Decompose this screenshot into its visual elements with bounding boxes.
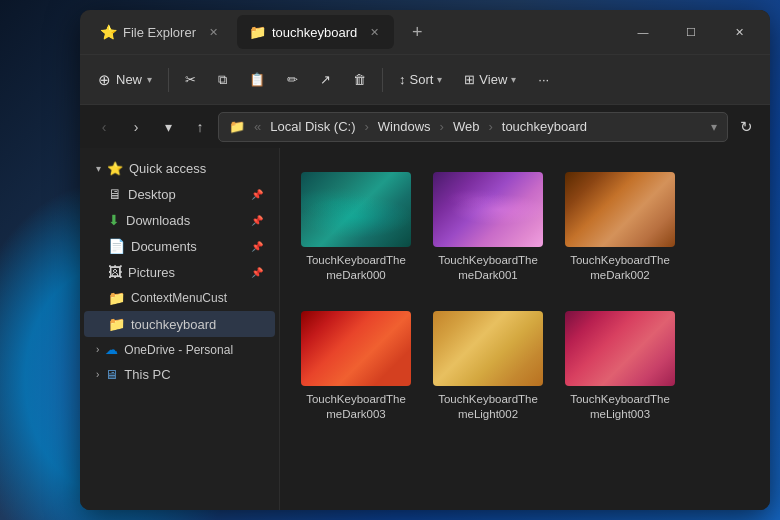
breadcrumb-web: Web bbox=[453, 119, 480, 134]
tab-touchkeyboard-label: touchkeyboard bbox=[272, 25, 357, 40]
view-label: View bbox=[479, 72, 507, 87]
up-button[interactable]: ↑ bbox=[186, 113, 214, 141]
content-area: ▾ ⭐ Quick access 🖥 Desktop 📌 ⬇ Downloads… bbox=[80, 148, 770, 510]
copy-button[interactable]: ⧉ bbox=[208, 62, 237, 98]
file-item-light002[interactable]: TouchKeyboardThemeLight002 bbox=[428, 303, 548, 430]
address-dropdown-icon[interactable]: ▾ bbox=[711, 120, 717, 134]
rename-button[interactable]: ✏ bbox=[277, 62, 308, 98]
sort-chevron-icon: ▾ bbox=[437, 74, 442, 85]
file-name-dark000: TouchKeyboardThemeDark000 bbox=[302, 253, 410, 283]
file-item-light003[interactable]: TouchKeyboardThemeLight003 bbox=[560, 303, 680, 430]
view-icon: ⊞ bbox=[464, 72, 475, 87]
copy-icon: ⧉ bbox=[218, 72, 227, 88]
file-item-dark002[interactable]: TouchKeyboardThemeDark002 bbox=[560, 164, 680, 291]
star-icon-sidebar: ⭐ bbox=[107, 161, 123, 176]
file-name-dark002: TouchKeyboardThemeDark002 bbox=[566, 253, 674, 283]
thumbnail-dark001 bbox=[433, 172, 543, 247]
quick-access-chevron-icon: ▾ bbox=[96, 163, 101, 174]
new-tab-button[interactable]: + bbox=[402, 17, 432, 47]
thumbnail-light002 bbox=[433, 311, 543, 386]
sidebar-desktop-label: Desktop bbox=[128, 187, 176, 202]
new-chevron-icon: ▾ bbox=[147, 74, 152, 85]
pin-icon-documents: 📌 bbox=[251, 241, 263, 252]
sidebar-pictures-label: Pictures bbox=[128, 265, 175, 280]
cut-icon: ✂ bbox=[185, 72, 196, 87]
address-folder-icon: 📁 bbox=[229, 119, 245, 134]
onedrive-chevron-icon: › bbox=[96, 344, 99, 355]
share-button[interactable]: ↗ bbox=[310, 62, 341, 98]
new-icon: ⊕ bbox=[98, 71, 111, 89]
more-icon: ··· bbox=[538, 72, 549, 87]
delete-button[interactable]: 🗑 bbox=[343, 62, 376, 98]
back-button: ‹ bbox=[90, 113, 118, 141]
tab-file-explorer[interactable]: ⭐ File Explorer ✕ bbox=[88, 15, 233, 49]
breadcrumb-touchkeyboard: touchkeyboard bbox=[502, 119, 587, 134]
file-name-dark003: TouchKeyboardThemeDark003 bbox=[302, 392, 410, 422]
sort-button[interactable]: ↕ Sort ▾ bbox=[389, 62, 452, 98]
sidebar-item-downloads[interactable]: ⬇ Downloads 📌 bbox=[84, 207, 275, 233]
sidebar-item-contextmenucust[interactable]: 📁 ContextMenuCust bbox=[84, 285, 275, 311]
sidebar-documents-label: Documents bbox=[131, 239, 197, 254]
sort-icon: ↕ bbox=[399, 72, 406, 87]
quick-access-label: Quick access bbox=[129, 161, 206, 176]
file-item-dark003[interactable]: TouchKeyboardThemeDark003 bbox=[296, 303, 416, 430]
file-grid: TouchKeyboardThemeDark000 TouchKeyboardT… bbox=[280, 148, 770, 510]
address-input[interactable]: 📁 « Local Disk (C:) › Windows › Web › to… bbox=[218, 112, 728, 142]
sidebar-item-documents[interactable]: 📄 Documents 📌 bbox=[84, 233, 275, 259]
downloads-icon: ⬇ bbox=[108, 212, 120, 228]
pin-icon-downloads: 📌 bbox=[251, 215, 263, 226]
address-bar: ‹ › ▾ ↑ 📁 « Local Disk (C:) › Windows › … bbox=[80, 104, 770, 148]
quick-access-header[interactable]: ▾ ⭐ Quick access bbox=[84, 156, 275, 181]
more-button[interactable]: ··· bbox=[528, 62, 559, 98]
explorer-window: ⭐ File Explorer ✕ 📁 touchkeyboard ✕ + — … bbox=[80, 10, 770, 510]
pin-icon-desktop: 📌 bbox=[251, 189, 263, 200]
minimize-button[interactable]: — bbox=[620, 16, 666, 48]
file-name-light002: TouchKeyboardThemeLight002 bbox=[434, 392, 542, 422]
cut-button[interactable]: ✂ bbox=[175, 62, 206, 98]
folder-icon-tk: 📁 bbox=[108, 316, 125, 332]
star-icon: ⭐ bbox=[100, 24, 117, 40]
onedrive-header[interactable]: › ☁ OneDrive - Personal bbox=[84, 337, 275, 362]
window-controls: — ☐ ✕ bbox=[620, 16, 762, 48]
file-item-dark000[interactable]: TouchKeyboardThemeDark000 bbox=[296, 164, 416, 291]
sep1: › bbox=[364, 119, 368, 134]
paste-button[interactable]: 📋 bbox=[239, 62, 275, 98]
tab-touchkeyboard[interactable]: 📁 touchkeyboard ✕ bbox=[237, 15, 394, 49]
this-pc-label: This PC bbox=[124, 367, 170, 382]
documents-icon: 📄 bbox=[108, 238, 125, 254]
new-label: New bbox=[116, 72, 142, 87]
share-icon: ↗ bbox=[320, 72, 331, 87]
sidebar-item-touchkeyboard[interactable]: 📁 touchkeyboard bbox=[84, 311, 275, 337]
sidebar-item-pictures[interactable]: 🖼 Pictures 📌 bbox=[84, 259, 275, 285]
rename-icon: ✏ bbox=[287, 72, 298, 87]
view-button[interactable]: ⊞ View ▾ bbox=[454, 62, 526, 98]
toolbar: ⊕ New ▾ ✂ ⧉ 📋 ✏ ↗ 🗑 ↕ Sort ▾ ⊞ bbox=[80, 54, 770, 104]
pictures-icon: 🖼 bbox=[108, 264, 122, 280]
onedrive-label: OneDrive - Personal bbox=[124, 343, 233, 357]
folder-icon: 📁 bbox=[249, 24, 266, 40]
sidebar-item-desktop[interactable]: 🖥 Desktop 📌 bbox=[84, 181, 275, 207]
breadcrumb-local-disk: Local Disk (C:) bbox=[270, 119, 355, 134]
pin-icon-pictures: 📌 bbox=[251, 267, 263, 278]
recent-locations-button[interactable]: ▾ bbox=[154, 113, 182, 141]
file-name-light003: TouchKeyboardThemeLight003 bbox=[566, 392, 674, 422]
refresh-button[interactable]: ↻ bbox=[732, 113, 760, 141]
tab-file-explorer-label: File Explorer bbox=[123, 25, 196, 40]
this-pc-icon: 🖥 bbox=[105, 367, 118, 382]
file-item-dark001[interactable]: TouchKeyboardThemeDark001 bbox=[428, 164, 548, 291]
new-button[interactable]: ⊕ New ▾ bbox=[88, 62, 162, 98]
tab-file-explorer-close[interactable]: ✕ bbox=[206, 24, 221, 41]
sort-label: Sort bbox=[410, 72, 434, 87]
onedrive-icon: ☁ bbox=[105, 342, 118, 357]
sidebar-cmc-label: ContextMenuCust bbox=[131, 291, 227, 305]
maximize-button[interactable]: ☐ bbox=[668, 16, 714, 48]
delete-icon: 🗑 bbox=[353, 72, 366, 87]
file-name-dark001: TouchKeyboardThemeDark001 bbox=[434, 253, 542, 283]
close-button[interactable]: ✕ bbox=[716, 16, 762, 48]
forward-button[interactable]: › bbox=[122, 113, 150, 141]
thumbnail-dark002 bbox=[565, 172, 675, 247]
sep3: › bbox=[488, 119, 492, 134]
tab-touchkeyboard-close[interactable]: ✕ bbox=[367, 24, 382, 41]
toolbar-separator-2 bbox=[382, 68, 383, 92]
this-pc-header[interactable]: › 🖥 This PC bbox=[84, 362, 275, 387]
